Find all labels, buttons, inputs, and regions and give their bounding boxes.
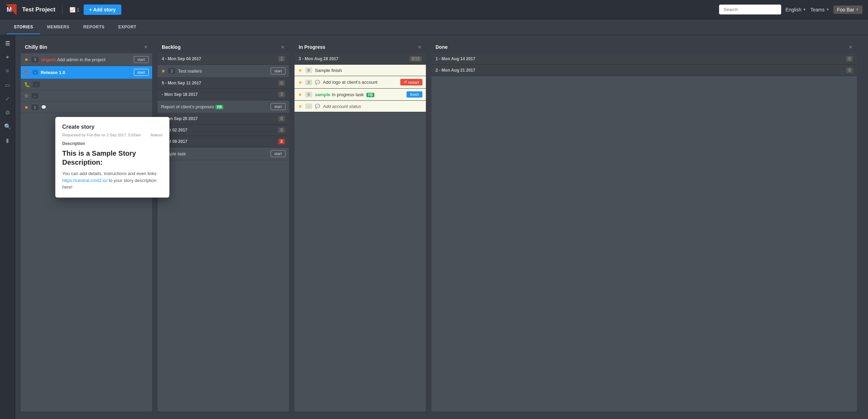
list-icon[interactable]: ≡ xyxy=(4,67,11,75)
label-sample-task: Sample task xyxy=(161,151,268,156)
sprint-4[interactable]: 4 - Mon Sep 04 2017 2 xyxy=(158,53,289,65)
label-sample-finish: Sample finish xyxy=(315,68,422,73)
star-in-progress-task[interactable]: ★ xyxy=(298,92,302,97)
user-menu[interactable]: Foo Bar ▼ xyxy=(833,6,862,14)
star-add-logo[interactable]: ★ xyxy=(298,80,302,85)
start-button[interactable]: start xyxy=(134,56,149,63)
sprint-sep18-title: - Mon Sep 18 2017 xyxy=(162,92,198,97)
story-test-mailers: ★ 2 Test mailers start xyxy=(158,65,289,78)
popup-description-title: This is a Sample Story Description: xyxy=(62,149,162,167)
tab-members[interactable]: MEMBERS xyxy=(40,20,76,34)
popup-link[interactable]: https://central.cm42.io/ xyxy=(62,178,108,183)
bug-icon: 🐛 xyxy=(24,82,30,87)
language-dropdown[interactable]: English ▼ xyxy=(785,7,806,12)
column-in-progress: In Progress ✕ 3 - Mon Aug 28 2017 8/15 ★… xyxy=(295,41,426,411)
release-row: 🔖 - Release 1.0 start xyxy=(21,66,152,79)
svg-text:M: M xyxy=(7,6,12,13)
sprint-5-title: 5 - Mon Sep 11 2017 xyxy=(162,81,201,85)
search-sidebar-icon[interactable]: 🔍 xyxy=(4,122,11,130)
column-done: Done ✕ 1 - Mon Aug 14 2017 0 2 - Mon Aug… xyxy=(431,41,857,411)
sprint-oct09[interactable]: - Oct 09 2017 8 xyxy=(158,136,289,147)
sprint-3-title: 3 - Mon Aug 28 2017 xyxy=(299,56,338,61)
column-chilly-bin-close[interactable]: ✕ xyxy=(144,44,148,50)
restart-button[interactable]: ↺ restart xyxy=(400,79,422,85)
gear-icon[interactable]: ⚙ xyxy=(4,109,11,116)
sprint-5[interactable]: 5 - Mon Sep 11 2017 0 xyxy=(158,78,289,89)
sprint-oct02[interactable]: - Oct 02 2017 0 xyxy=(158,125,289,136)
project-title: Test Project xyxy=(22,6,55,13)
sprint-oct09-count: 8 xyxy=(278,139,285,144)
column-chilly-bin: Chilly Bin ✕ ★ 3 UrgentAdd admin in the … xyxy=(21,41,152,411)
popup-type: feature xyxy=(151,133,162,137)
column-backlog-close[interactable]: ✕ xyxy=(281,44,285,50)
popup-text-before: You can add details, instructions and ev… xyxy=(62,171,157,176)
popup-meta: Requested by Foo Bar on 2 Sep 2017, 5:02… xyxy=(62,133,162,137)
check-icon[interactable]: ✓ xyxy=(4,95,11,102)
story-add-account-status: ★ - 💬 Add account status xyxy=(295,101,426,112)
star-account-status[interactable]: ★ xyxy=(298,103,302,109)
finish-button[interactable]: finish xyxy=(407,91,422,98)
star-sample-finish[interactable]: ★ xyxy=(298,67,302,73)
column-in-progress-close[interactable]: ✕ xyxy=(418,44,422,50)
fb-badge-report: FB xyxy=(215,105,223,109)
snowflake-icon[interactable]: ✦ xyxy=(4,53,11,61)
sprint-4-count: 2 xyxy=(278,56,285,62)
nav-tabs: STORIES MEMBERS REPORTS EXPORT xyxy=(0,19,868,35)
monitor-icon[interactable]: ▭ xyxy=(4,81,11,89)
column-in-progress-title: In Progress xyxy=(299,44,325,50)
teams-chevron: ▼ xyxy=(826,8,829,11)
sprint-sep18[interactable]: - Mon Sep 18 2017 3 xyxy=(158,89,289,100)
popup-meta-text: Requested by Foo Bar on 2 Sep 2017, 5:02… xyxy=(62,133,141,137)
sprint-done-1[interactable]: 1 - Mon Aug 14 2017 0 xyxy=(431,53,857,65)
gear-story-icon: ⚙ xyxy=(24,93,29,99)
sprint-5-count: 0 xyxy=(278,80,285,86)
sprint-4-title: 4 - Mon Sep 04 2017 xyxy=(162,56,201,61)
restart-spinner: ↺ xyxy=(404,80,407,84)
create-story-popup: Create story Requested by Foo Bar on 2 S… xyxy=(55,117,169,198)
sprint-oct02-count: 0 xyxy=(278,127,285,133)
column-backlog-header: Backlog ✕ xyxy=(158,41,289,53)
bar-chart-icon[interactable]: ▮ xyxy=(4,136,11,144)
urgent-tag: Urgent xyxy=(41,57,56,62)
teams-dropdown[interactable]: Teams ▼ xyxy=(810,7,829,12)
sprint-3[interactable]: 3 - Mon Aug 28 2017 8/15 xyxy=(295,53,426,65)
hamburger-icon[interactable]: ☰ xyxy=(4,39,11,47)
start-report-button[interactable]: start xyxy=(271,103,286,110)
search-input[interactable] xyxy=(719,4,781,15)
sprint-done-2[interactable]: 2 - Mon Aug 21 2017 0 xyxy=(431,65,857,76)
tab-reports[interactable]: REPORTS xyxy=(76,20,112,34)
column-done-title: Done xyxy=(436,44,448,50)
label-report: Report of client's proposes FB xyxy=(161,104,268,109)
sprint-done-1-title: 1 - Mon Aug 14 2017 xyxy=(436,56,475,61)
trend-icon: 📈 xyxy=(69,7,75,12)
tab-stories[interactable]: STORIES xyxy=(7,20,40,34)
popup-description-label: Description xyxy=(62,141,162,146)
language-label: English xyxy=(785,7,801,12)
start-sample-task-button[interactable]: start xyxy=(271,150,286,157)
logo-icon: M xyxy=(6,4,17,15)
points-badge-gear: - xyxy=(31,93,38,99)
add-story-button[interactable]: + Add story xyxy=(84,4,121,15)
points-account-status: - xyxy=(305,103,312,109)
star-icon-2[interactable]: ★ xyxy=(24,104,29,110)
sample-tag: sample xyxy=(315,92,330,97)
column-in-progress-header: In Progress ✕ xyxy=(295,41,426,53)
tab-export[interactable]: EXPORT xyxy=(111,20,143,34)
column-backlog: Backlog ✕ 4 - Mon Sep 04 2017 2 ★ 2 Test… xyxy=(158,41,289,411)
column-done-body: 1 - Mon Aug 14 2017 0 2 - Mon Aug 21 201… xyxy=(431,53,857,411)
story-sample-task: Sample task start xyxy=(158,147,289,160)
start-mailers-button[interactable]: start xyxy=(271,67,286,74)
column-in-progress-body: 3 - Mon Aug 28 2017 8/15 ★ 8 Sample fini… xyxy=(295,53,426,411)
column-backlog-body: 4 - Mon Sep 04 2017 2 ★ 2 Test mailers s… xyxy=(158,53,289,411)
column-done-header: Done ✕ xyxy=(431,41,857,53)
points-sample-finish: 8 xyxy=(305,67,312,73)
label-account-status: Add account status xyxy=(323,104,422,109)
star-mailers[interactable]: ★ xyxy=(161,68,166,74)
release-start-button[interactable]: start xyxy=(134,69,149,76)
sprint-sep18-count: 3 xyxy=(278,92,285,97)
sprint-sep25[interactable]: - Mon Sep 25 2017 0 xyxy=(158,113,289,125)
story-star-comment: ★ 1 💬 xyxy=(21,102,152,113)
trend-badge: 📈 1 xyxy=(69,7,80,12)
column-done-close[interactable]: ✕ xyxy=(849,44,853,50)
star-icon[interactable]: ★ xyxy=(24,57,29,62)
